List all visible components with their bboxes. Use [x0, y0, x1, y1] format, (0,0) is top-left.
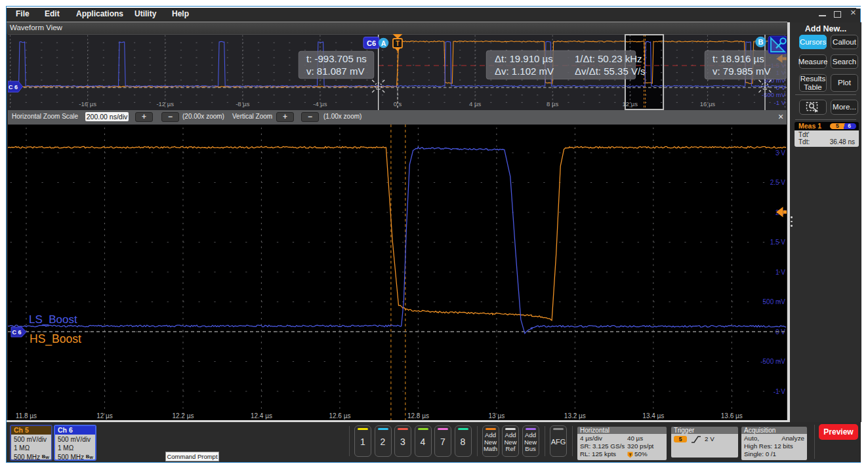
channel-button-7[interactable]: 7	[434, 425, 451, 457]
acquisition-mode: Auto,	[744, 435, 759, 442]
horizontal-scale: 4 µs/div	[580, 435, 627, 442]
channel5-badge[interactable]: Ch 5 500 mV/div 1 MΩ 500 MHz BW	[10, 425, 52, 461]
overview-x-tick: 8 µs	[547, 100, 558, 107]
main-y-tick: 3 V	[775, 149, 785, 157]
sidebar-button-cursors[interactable]: Cursors	[799, 35, 827, 49]
zoom-selection-button[interactable]	[799, 100, 827, 115]
main-y-tick: -500 mV	[760, 358, 785, 365]
sidebar-button-measure[interactable]: Measure	[799, 54, 827, 69]
sidebar-divider	[795, 119, 856, 120]
h-zoom-minus-button[interactable]: −	[161, 112, 179, 122]
bottom-bar-divider	[572, 426, 573, 456]
menu-edit[interactable]: Edit	[45, 9, 60, 18]
v-zoom-plus-button[interactable]: +	[276, 112, 294, 122]
afg-button[interactable]: AFG	[550, 425, 567, 457]
cursor-a-badge[interactable]: A	[379, 38, 389, 49]
channel-button-1[interactable]: 1	[354, 425, 371, 457]
v-zoom-factor: (1.00x zoom)	[323, 113, 362, 120]
sidebar-divider	[795, 94, 856, 95]
channel-button-4[interactable]: 4	[415, 425, 432, 457]
channel6-settings: 500 mV/div 1 MΩ 500 MHz BW	[55, 435, 95, 461]
overview-plot[interactable]: -16 µs-12 µs-8 µs-4 µs0 s4 µs8 µs12 µs16…	[8, 34, 787, 110]
meas1-badge[interactable]: Meas 1 5 6 Tdt' Tdt: 36.48 ns	[795, 122, 859, 147]
meas1-source-badge: 5 6	[830, 123, 856, 130]
zoomed-waveform-plot[interactable]: 11.8 µs12 µs12.2 µs12.4 µs12.6 µs12.8 µs…	[8, 125, 787, 420]
horizontal-resolution: 320 ps/pt	[627, 442, 653, 450]
horizontal-zoom-scale-input[interactable]: 200.00 ns/div	[85, 112, 129, 121]
main-channel-badge[interactable]: C 6	[11, 327, 26, 337]
trigger-panel-title: Trigger	[671, 427, 738, 434]
minimize-icon[interactable]	[819, 15, 826, 16]
main-trace-hs-boost	[8, 147, 786, 321]
channel-button-label: 8	[455, 437, 471, 447]
main-x-tick: 13 µs	[489, 412, 505, 419]
horizontal-panel-title: Horizontal	[577, 427, 667, 434]
bottom-bar-divider	[477, 426, 478, 456]
channel-button-3[interactable]: 3	[394, 425, 411, 457]
command-prompt-tooltip[interactable]: Command Prompt	[165, 452, 219, 461]
channel-button-2[interactable]: 2	[375, 425, 392, 457]
preview-button[interactable]: Preview	[819, 424, 858, 440]
add-new-bus-button[interactable]: AddNewBus	[522, 425, 539, 457]
svg-text:T: T	[629, 452, 632, 456]
bottom-bar-divider	[545, 426, 545, 456]
menu-file[interactable]: File	[16, 9, 30, 18]
acquisition-highres: High Res: 12 bits	[744, 442, 804, 450]
channel-button-label: 7	[435, 437, 451, 447]
main-x-tick: 13.2 µs	[564, 412, 586, 419]
bottom-bar-divider	[349, 426, 350, 456]
channel-button-label: 4	[415, 437, 431, 447]
sidebar-button-search[interactable]: Search	[831, 54, 858, 69]
main-x-tick: 13.6 µs	[721, 412, 743, 419]
svg-text:T: T	[396, 40, 400, 47]
close-icon[interactable]: ×	[850, 7, 856, 17]
menu-bar: FileEditApplicationsUtilityHelp	[7, 8, 856, 22]
channel-color-stripe	[418, 428, 428, 430]
waveform-view-header: Waveform View	[7, 22, 787, 34]
menu-applications[interactable]: Applications	[76, 9, 123, 18]
sidebar-button-plot[interactable]: Plot	[831, 74, 858, 92]
v-zoom-minus-button[interactable]: −	[301, 112, 319, 122]
add-color-stripe	[526, 428, 536, 430]
add-button-label: AddNewBus	[523, 432, 539, 453]
meas1-header: Meas 1 5 6	[795, 122, 859, 130]
overview-x-tick: 4 µs	[469, 100, 481, 107]
meas1-value-label: Tdt:	[798, 138, 810, 146]
cursor-b-badge[interactable]: B	[755, 37, 766, 47]
add-new-ref-button[interactable]: AddNewRef	[502, 425, 519, 457]
main-y-tick: -1 V	[774, 388, 786, 395]
svg-text:A: A	[381, 39, 386, 47]
delta-v: Δv: 1.102 mV	[495, 66, 554, 77]
channel-button-8[interactable]: 8	[455, 425, 472, 457]
sidebar-button-results-table[interactable]: ResultsTable	[799, 74, 827, 92]
sidebar-button-callout[interactable]: Callout	[831, 35, 858, 49]
more-button[interactable]: More...	[831, 100, 858, 115]
sidebar-title: Add New...	[790, 24, 861, 33]
afg-label: AFG	[550, 438, 566, 446]
zoom-close-icon[interactable]: ×	[778, 111, 783, 122]
cursor-a-t: t: -993.705 ns	[306, 53, 367, 64]
zoom-mode-icon[interactable]	[768, 36, 787, 54]
menu-utility[interactable]: Utility	[134, 9, 156, 18]
hs-boost-label[interactable]: HS_Boost	[30, 332, 81, 346]
menu-help[interactable]: Help	[172, 9, 189, 18]
cursor-a-v: v: 81.087 mV	[306, 66, 364, 77]
maximize-icon[interactable]	[834, 11, 841, 18]
trigger-panel[interactable]: Trigger 5 2 V	[671, 427, 738, 458]
horizontal-zoom-scale-label: Horizontal Zoom Scale	[12, 113, 78, 120]
svg-text:C 6: C 6	[9, 84, 18, 90]
main-y-tick: 2.5 V	[770, 179, 786, 186]
main-y-tick: 1.5 V	[770, 239, 786, 246]
ls-boost-label[interactable]: LS_Boost	[29, 313, 77, 326]
h-zoom-plus-button[interactable]: +	[135, 112, 153, 122]
bottom-bar-divider	[814, 425, 815, 459]
main-x-tick: 12.2 µs	[172, 412, 194, 419]
rising-edge-icon	[691, 435, 701, 444]
sidebar-drag-handle[interactable]	[791, 216, 793, 228]
add-new-math-button[interactable]: AddNewMath	[482, 425, 499, 457]
channel6-badge[interactable]: Ch 6 500 mV/div 1 MΩ 500 MHz BW	[54, 425, 96, 461]
acquisition-panel[interactable]: Acquisition Auto,Analyze High Res: 12 bi…	[741, 427, 807, 460]
horizontal-panel[interactable]: Horizontal 4 µs/div40 µs SR: 3.125 GS/s3…	[577, 427, 667, 460]
svg-text:B: B	[758, 38, 764, 46]
sidebar: Add New... CursorsCalloutMeasureSearchRe…	[790, 22, 861, 422]
